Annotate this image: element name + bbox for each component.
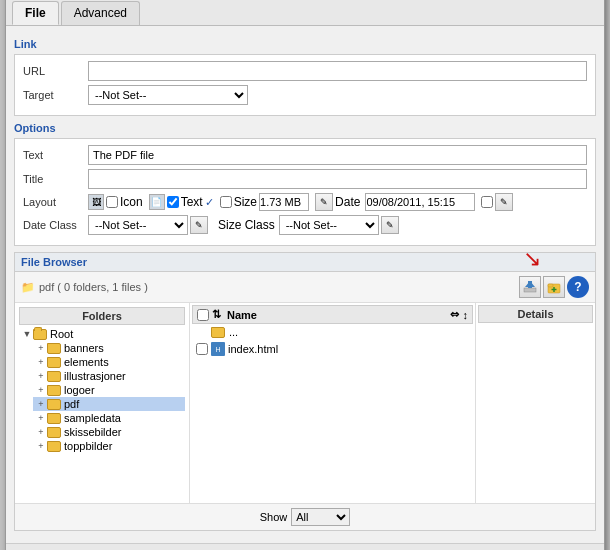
layout-options: 🖼 Icon 📄 Text ✓ Size xyxy=(88,193,513,211)
layout-icon-item: 🖼 Icon xyxy=(88,194,143,210)
tree-item-banners[interactable]: + banners xyxy=(33,341,185,355)
tree-label-pdf: pdf xyxy=(64,398,79,410)
layout-date-item: Date xyxy=(335,193,475,211)
icon-label: Icon xyxy=(120,195,143,209)
target-select[interactable]: --Not Set-- _blank _self _parent _top xyxy=(88,85,248,105)
expand-root[interactable]: ▼ xyxy=(21,328,33,340)
arrow-indicator: ↘ xyxy=(523,248,541,270)
resize-icon: ⇔ xyxy=(450,308,459,321)
icon-checkbox[interactable] xyxy=(106,196,118,208)
help-button[interactable]: ? xyxy=(567,276,589,298)
icon-preview: 🖼 xyxy=(88,194,104,210)
file-manager-dialog: File Manager : 2.0.9 × File Advanced Lin… xyxy=(5,0,605,550)
files-panel: ⇅ Name ⇔ ↕ ... H index.html xyxy=(190,303,475,503)
tab-advanced[interactable]: Advanced xyxy=(61,1,140,25)
url-input[interactable] xyxy=(88,61,587,81)
tree-item-illustrasjoner[interactable]: + illustrasjoner xyxy=(33,369,185,383)
svg-rect-0 xyxy=(524,288,536,292)
folders-header: Folders xyxy=(19,307,185,325)
file-browser-toolbar: 📁 pdf ( 0 folders, 1 files ) ↘ xyxy=(15,272,595,303)
size-class-select[interactable]: --Not Set-- xyxy=(279,215,379,235)
content-area: Link URL Target --Not Set-- _blank _self… xyxy=(6,26,604,543)
tree-label-skissebilder: skissebilder xyxy=(64,426,121,438)
file-name-up: ... xyxy=(229,326,238,338)
tab-bar: File Advanced xyxy=(6,0,604,26)
tree-item-elements[interactable]: + elements xyxy=(33,355,185,369)
layout-size-item: Size xyxy=(220,193,309,211)
date-value-input[interactable] xyxy=(365,193,475,211)
tree-label-elements: elements xyxy=(64,356,109,368)
link-section: URL Target --Not Set-- _blank _self _par… xyxy=(14,54,596,116)
sort-icon: ↕ xyxy=(463,309,469,321)
expand-logoer[interactable]: + xyxy=(35,384,47,396)
layout-row: Layout 🖼 Icon 📄 Text ✓ xyxy=(23,193,587,211)
upload-button[interactable] xyxy=(519,276,541,298)
title-row: Title xyxy=(23,169,587,189)
date-edit-btn[interactable]: ✎ xyxy=(495,193,513,211)
tree-label-illustrasjoner: illustrasjoner xyxy=(64,370,126,382)
date-class-label: Date Class xyxy=(23,219,88,231)
tree-item-pdf[interactable]: + pdf xyxy=(33,397,185,411)
file-row-index[interactable]: H index.html xyxy=(192,340,473,358)
folder-icon-up xyxy=(211,327,225,338)
expand-elements[interactable]: + xyxy=(35,356,47,368)
layout-text-item: 📄 Text ✓ xyxy=(149,194,214,210)
text-checkbox[interactable] xyxy=(167,196,179,208)
show-label: Show xyxy=(260,511,288,523)
expand-skissebilder[interactable]: + xyxy=(35,426,47,438)
folder-icon-logoer xyxy=(47,385,61,396)
path-text: pdf ( 0 folders, 1 files ) xyxy=(39,281,148,293)
text-row: Text xyxy=(23,145,587,165)
folder-icon-skissebilder xyxy=(47,427,61,438)
tree-item-skissebilder[interactable]: + skissebilder xyxy=(33,425,185,439)
upload-icon xyxy=(523,280,537,294)
folder-icon-toppbilder xyxy=(47,441,61,452)
date-class-select[interactable]: --Not Set-- xyxy=(88,215,188,235)
options-section: Text Title Layout 🖼 Icon 📄 xyxy=(14,138,596,246)
svg-rect-4 xyxy=(548,284,553,287)
new-folder-button[interactable] xyxy=(543,276,565,298)
checkmark-text: ✓ xyxy=(205,196,214,209)
layout-label: Layout xyxy=(23,196,88,208)
sort-icons: ⇅ xyxy=(212,308,221,321)
tree-children: + banners + elements + illustrasj xyxy=(19,341,185,453)
folder-icon-illustrasjoner xyxy=(47,371,61,382)
folder-icon-root xyxy=(33,329,47,340)
file-browser-footer: Show All Images Media Files xyxy=(15,503,595,530)
target-row: Target --Not Set-- _blank _self _parent … xyxy=(23,85,587,105)
date-checkbox[interactable] xyxy=(481,196,493,208)
file-icon-index: H xyxy=(211,342,225,356)
folder-icon-elements xyxy=(47,357,61,368)
size-edit-btn[interactable]: ✎ xyxy=(315,193,333,211)
expand-banners[interactable]: + xyxy=(35,342,47,354)
details-panel: Details xyxy=(475,303,595,503)
size-class-label: Size Class xyxy=(218,218,275,232)
file-row-up[interactable]: ... xyxy=(192,324,473,340)
size-class-edit-btn[interactable]: ✎ xyxy=(381,216,399,234)
folder-icon-sampledata xyxy=(47,413,61,424)
target-label: Target xyxy=(23,89,88,101)
expand-toppbilder[interactable]: + xyxy=(35,440,47,452)
size-value-input[interactable] xyxy=(259,193,309,211)
text-preview: 📄 xyxy=(149,194,165,210)
file-browser-header: File Browser xyxy=(15,253,595,272)
text-input[interactable] xyxy=(88,145,587,165)
tree-item-logoer[interactable]: + logoer xyxy=(33,383,185,397)
tree-item-root[interactable]: ▼ Root xyxy=(19,327,185,341)
tree-item-sampledata[interactable]: + sampledata xyxy=(33,411,185,425)
select-all-checkbox[interactable] xyxy=(197,309,209,321)
title-input[interactable] xyxy=(88,169,587,189)
tree-item-toppbilder[interactable]: + toppbilder xyxy=(33,439,185,453)
size-checkbox[interactable] xyxy=(220,196,232,208)
tree-label-banners: banners xyxy=(64,342,104,354)
date-class-edit-btn[interactable]: ✎ xyxy=(190,216,208,234)
details-header: Details xyxy=(478,305,593,323)
expand-sampledata[interactable]: + xyxy=(35,412,47,424)
tree-label-logoer: logoer xyxy=(64,384,95,396)
tab-file[interactable]: File xyxy=(12,1,59,25)
file-checkbox-index[interactable] xyxy=(196,343,208,355)
show-select[interactable]: All Images Media Files xyxy=(291,508,350,526)
expand-pdf[interactable]: + xyxy=(35,398,47,410)
expand-illustrasjoner[interactable]: + xyxy=(35,370,47,382)
tree-label-root: Root xyxy=(50,328,73,340)
